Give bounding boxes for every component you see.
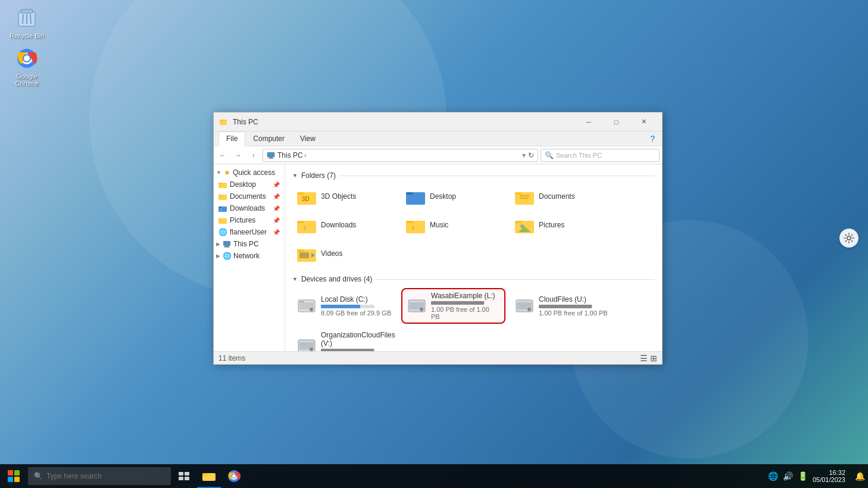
sidebar-item-desktop[interactable]: Desktop 📌 — [214, 179, 285, 190]
sidebar-network-header[interactable]: ▶ 🌐 Network — [214, 250, 285, 262]
svg-rect-24 — [224, 246, 229, 247]
status-bar-right: ☰ ⊞ — [640, 354, 657, 363]
ribbon: File Computer View ? — [214, 132, 662, 146]
taskbar-search-icon: 🔍 — [34, 472, 43, 480]
svg-rect-64 — [185, 472, 189, 476]
folder-videos[interactable]: Videos — [292, 242, 396, 265]
sidebar-desktop-pin: 📌 — [273, 182, 280, 188]
taskbar-search[interactable]: 🔍 — [28, 467, 171, 485]
ribbon-tabs: File Computer View ? — [214, 132, 662, 146]
folder-documents-label: Documents — [539, 192, 575, 201]
folder-documents[interactable]: Documents — [510, 184, 614, 208]
sidebar-quick-access-header[interactable]: ▼ ★ Quick access — [214, 167, 285, 179]
folders-arrow[interactable]: ▼ — [292, 173, 298, 179]
svg-rect-17 — [218, 195, 221, 196]
drive-org-v[interactable]: OrganizationCloudFiles (V:) 1.00 PB free… — [292, 329, 396, 351]
tab-file[interactable]: File — [218, 132, 245, 146]
search-box[interactable]: 🔍 Search This PC — [541, 149, 660, 162]
recycle-bin-label: Recycle Bin — [10, 32, 44, 39]
folder-pictures[interactable]: Pictures — [510, 213, 614, 237]
network-icon: 🌐 — [223, 252, 231, 260]
drive-icon-c — [297, 296, 316, 315]
folders-divider — [339, 176, 655, 176]
settings-gear-button[interactable] — [839, 229, 858, 248]
taskbar-battery-icon[interactable]: 🔋 — [798, 471, 808, 481]
desktop-icon-recycle-bin[interactable]: Recycle Bin — [6, 6, 48, 39]
notification-icon[interactable]: 🔔 — [855, 471, 865, 481]
taskbar-file-explorer[interactable] — [197, 464, 221, 488]
sidebar-item-downloads[interactable]: ↓ Downloads 📌 — [214, 202, 285, 214]
taskbar-date: 05/01/2023 — [813, 476, 845, 483]
folder-music-label: Music — [430, 221, 448, 229]
address-dropdown[interactable]: ▾ — [522, 151, 526, 159]
folder-icon-desktop — [218, 180, 227, 189]
folder-3d-objects[interactable]: 3D 3D Objects — [292, 184, 396, 208]
task-view-icon — [179, 472, 189, 480]
folder-downloads[interactable]: ↓ Downloads — [292, 213, 396, 237]
taskbar-clock[interactable]: 16:32 05/01/2023 — [813, 469, 850, 483]
drive-local-c[interactable]: Local Disk (C:) 8.09 GB free of 29.9 GB — [292, 288, 396, 324]
refresh-button[interactable]: ↻ — [528, 151, 534, 159]
sidebar-item-documents[interactable]: Documents 📌 — [214, 190, 285, 202]
taskbar-volume-icon[interactable]: 🔊 — [783, 471, 793, 481]
svg-rect-52 — [299, 301, 304, 302]
task-view-button[interactable] — [172, 464, 196, 488]
start-button[interactable] — [0, 464, 27, 488]
drive-cloud-u[interactable]: CloudFiles (U:) 1.00 PB free of 1.00 PB — [510, 288, 614, 324]
tab-computer[interactable]: Computer — [245, 132, 292, 146]
sidebar-item-pictures[interactable]: Pictures 📌 — [214, 214, 285, 226]
svg-point-72 — [232, 474, 236, 478]
sidebar-flaneer-label: flaneerUser — [230, 228, 267, 236]
sidebar-item-flaneer[interactable]: 🌐 flaneerUser 📌 — [214, 226, 285, 238]
help-button[interactable]: ? — [648, 132, 657, 146]
tab-view[interactable]: View — [292, 132, 323, 146]
taskbar-time: 16:32 — [829, 469, 845, 476]
folders-grid: 3D 3D Objects Desktop — [292, 184, 655, 265]
drive-u-info: CloudFiles (U:) 1.00 PB free of 1.00 PB — [539, 295, 608, 317]
search-icon: 🔍 — [545, 151, 554, 159]
main-area: ▼ ★ Quick access Desktop 📌 — [214, 164, 662, 351]
drive-icon-l — [407, 296, 426, 315]
folder-music[interactable]: ♪ Music — [401, 213, 505, 237]
taskbar-chrome[interactable] — [222, 464, 246, 488]
desktop-icon-chrome[interactable]: Google Chrome — [6, 46, 48, 87]
view-details-button[interactable]: ☰ — [640, 354, 648, 363]
folder-desktop-label: Desktop — [430, 192, 456, 201]
svg-rect-66 — [185, 477, 189, 480]
taskbar-search-input[interactable] — [46, 472, 154, 480]
folders-section-header: ▼ Folders (7) — [292, 171, 655, 180]
taskbar-network-icon[interactable]: 🌐 — [768, 471, 778, 481]
folder-3d-label: 3D Objects — [321, 192, 356, 201]
svg-rect-22 — [218, 218, 221, 220]
this-pc-arrow: ▶ — [216, 241, 220, 247]
address-text: This PC — [277, 151, 303, 159]
up-button[interactable]: ↑ — [247, 149, 260, 162]
sidebar: ▼ ★ Quick access Desktop 📌 — [214, 164, 285, 351]
pc-icon — [267, 151, 275, 159]
svg-text:♪: ♪ — [411, 224, 415, 231]
minimize-button[interactable]: ─ — [575, 112, 602, 132]
drives-arrow[interactable]: ▼ — [292, 276, 298, 282]
close-button[interactable]: ✕ — [630, 112, 657, 132]
sidebar-this-pc-header[interactable]: ▶ This PC — [214, 238, 285, 250]
title-bar: This PC ─ □ ✕ — [214, 112, 662, 132]
sidebar-downloads-pin: 📌 — [273, 205, 280, 212]
address-path[interactable]: This PC › ▾ ↻ — [263, 149, 538, 162]
search-placeholder: Search This PC — [556, 152, 602, 159]
svg-point-8 — [24, 55, 30, 61]
forward-button[interactable]: → — [232, 149, 245, 162]
svg-point-58 — [527, 308, 531, 311]
drive-c-size: 8.09 GB free of 29.9 GB — [321, 309, 391, 317]
svg-rect-63 — [179, 472, 183, 476]
quick-access-star-icon: ★ — [224, 168, 230, 177]
back-button[interactable]: ← — [216, 149, 229, 162]
drive-wasabi-l[interactable]: WasabiExample (L:) 1.00 PB free of 1.00 … — [401, 288, 505, 324]
maximize-button[interactable]: □ — [602, 112, 630, 132]
drive-v-info: OrganizationCloudFiles (V:) 1.00 PB free… — [321, 331, 395, 351]
svg-rect-33 — [520, 195, 529, 196]
folder-pictures-label: Pictures — [539, 221, 564, 229]
folder-desktop[interactable]: Desktop — [401, 184, 505, 208]
taskbar-right: 🌐 🔊 🔋 16:32 05/01/2023 🔔 — [768, 469, 868, 483]
chrome-icon — [15, 46, 39, 70]
view-large-button[interactable]: ⊞ — [650, 354, 657, 363]
